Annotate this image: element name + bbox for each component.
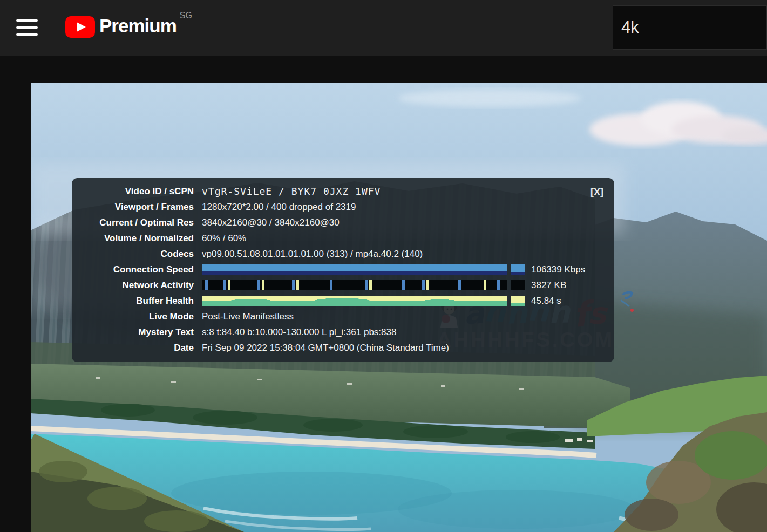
youtube-premium-logo[interactable]: Premium SG [65,15,192,38]
menu-icon[interactable] [16,19,38,36]
stats-row-video-id: Video ID / sCPN vTgR-SViLeE / BYK7 0JXZ … [72,183,614,199]
buffer-health-bar [202,296,525,306]
search-input[interactable] [613,17,766,38]
brand-label: Premium [99,15,177,37]
stats-row-resolution: Current / Optimal Res 3840x2160@30 / 384… [72,215,614,230]
stats-row-date: Date Fri Sep 09 2022 15:38:04 GMT+0800 (… [72,340,614,356]
stats-for-nerds-panel: [X] Video ID / sCPN vTgR-SViLeE / BYK7 0… [72,178,614,362]
stats-row-volume: Volume / Normalized 60% / 60% [72,230,614,246]
stats-row-connection-speed: Connection Speed 106339 Kbps [72,262,614,277]
top-bar: Premium SG [0,0,767,56]
video-frame[interactable]: ahhhhfs AHHHHFS.COM [X] Video ID / sCPN … [31,83,767,532]
stats-row-mystery-text: Mystery Text s:8 t:84.40 b:10.000-130.00… [72,324,614,340]
stats-row-network-activity: Network Activity 3827 KB [72,277,614,293]
close-icon[interactable]: [X] [590,187,603,198]
stats-row-live-mode: Live Mode Post-Live Manifestless [72,309,614,324]
stats-row-viewport: Viewport / Frames 1280x720*2.00 / 400 dr… [72,199,614,215]
search-box[interactable] [613,5,767,50]
region-label: SG [180,11,192,21]
stats-row-codecs: Codecs vp09.00.51.08.01.01.01.01.00 (313… [72,246,614,262]
connection-speed-bar [202,264,525,275]
youtube-play-icon [65,16,95,38]
stats-row-buffer-health: Buffer Health 45.84 s [72,293,614,309]
network-activity-bar [202,280,525,290]
